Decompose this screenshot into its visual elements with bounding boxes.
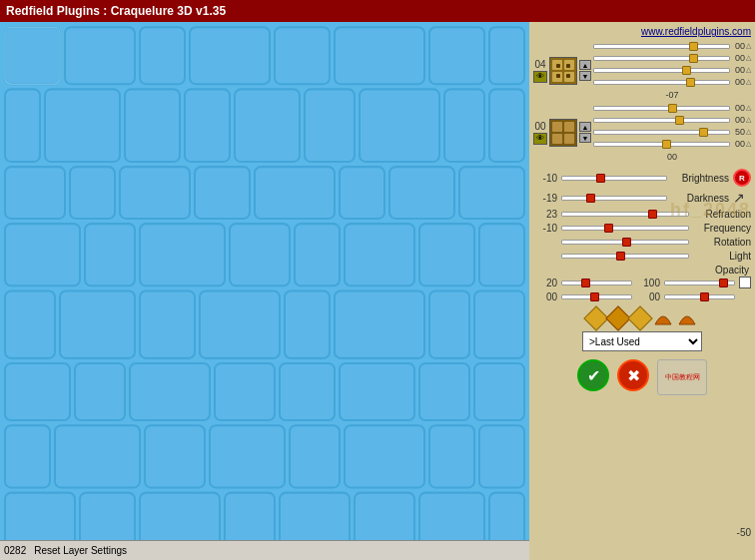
brightness-value: -10 xyxy=(533,173,557,184)
svg-rect-38 xyxy=(285,291,330,358)
opacity-label-row: Opacity xyxy=(533,265,751,276)
svg-rect-48 xyxy=(419,363,469,420)
arrow-btn-left[interactable] xyxy=(653,310,673,326)
status-bar: 0282 Reset Layer Settings xyxy=(0,540,529,560)
mini-icon-up-1[interactable]: ▲ xyxy=(579,60,591,70)
svg-rect-14 xyxy=(305,89,355,162)
slider-track-2-3[interactable] xyxy=(593,130,730,135)
svg-rect-52 xyxy=(145,425,205,487)
frequency-slider[interactable] xyxy=(561,226,689,231)
svg-rect-57 xyxy=(479,425,524,487)
svg-rect-23 xyxy=(340,167,384,219)
canvas-area: 0282 Reset Layer Settings xyxy=(0,22,529,560)
layer-row-1: 04 👁 ▲ ▼ xyxy=(533,41,751,100)
controls-section: -10 Brightness R -19 Darkness ↗ xyxy=(533,169,751,305)
darkness-slider[interactable] xyxy=(561,196,667,201)
svg-rect-10 xyxy=(45,89,120,162)
website-link[interactable]: www.redfieldplugins.com xyxy=(533,26,751,37)
cancel-button[interactable]: ✖ xyxy=(617,359,649,391)
action-buttons: ✔ ✖ 中国教程网 xyxy=(533,359,751,395)
slider-row-1-2: 00 △ xyxy=(593,53,751,63)
second-slider-right[interactable] xyxy=(664,294,735,299)
svg-rect-2 xyxy=(65,27,135,84)
opacity-slider-left[interactable] xyxy=(561,280,632,285)
svg-rect-79 xyxy=(552,134,562,144)
second-thumb-left[interactable] xyxy=(590,292,599,301)
brightness-slider[interactable] xyxy=(561,176,667,181)
rotation-slider[interactable] xyxy=(561,240,689,245)
ok-button[interactable]: ✔ xyxy=(577,359,609,391)
second-values-row: 00 00 xyxy=(533,291,751,302)
svg-rect-40 xyxy=(429,291,469,358)
svg-rect-37 xyxy=(200,291,280,358)
svg-rect-44 xyxy=(130,363,210,420)
svg-rect-1 xyxy=(5,27,60,84)
mini-icon-up-2[interactable]: ▲ xyxy=(579,122,591,132)
svg-rect-29 xyxy=(230,224,290,285)
sliders-group-1: 00 △ 00 △ 00 △ 00 △ -07 xyxy=(593,41,751,100)
slider-track-1-2[interactable] xyxy=(593,56,730,61)
sliders-group-2: 00 △ 00 △ 50 △ 00 △ 00 xyxy=(593,103,751,162)
svg-rect-72 xyxy=(556,64,560,68)
cancel-icon: ✖ xyxy=(627,366,640,385)
svg-rect-54 xyxy=(290,425,340,487)
svg-rect-5 xyxy=(275,27,330,84)
svg-rect-6 xyxy=(335,27,424,84)
svg-rect-13 xyxy=(235,89,300,162)
preset-dropdown[interactable]: >Last Used Default Custom xyxy=(582,331,702,351)
svg-rect-34 xyxy=(5,291,55,358)
second-right-val: 00 xyxy=(636,291,660,302)
light-label: Light xyxy=(693,251,751,262)
second-thumb-right[interactable] xyxy=(700,292,709,301)
svg-rect-75 xyxy=(566,74,570,78)
svg-rect-35 xyxy=(60,291,135,358)
svg-rect-41 xyxy=(474,291,524,358)
svg-rect-42 xyxy=(5,363,70,420)
slider-track-1-4[interactable] xyxy=(593,80,730,85)
texture-thumb-2[interactable] xyxy=(549,119,577,147)
svg-rect-53 xyxy=(210,425,285,487)
layer-number-2: 00 xyxy=(533,121,547,132)
opacity-thumb-right[interactable] xyxy=(719,279,728,287)
eye-icon-2[interactable]: 👁 xyxy=(533,133,547,145)
slider-track-2-4[interactable] xyxy=(593,142,730,147)
svg-rect-31 xyxy=(345,224,414,285)
slider-row-1-3: 00 △ xyxy=(593,65,751,75)
diamond-button-3[interactable] xyxy=(627,305,652,330)
brightness-thumb[interactable] xyxy=(596,174,605,183)
opacity-thumb-left[interactable] xyxy=(581,279,590,287)
svg-rect-17 xyxy=(489,89,524,162)
svg-rect-12 xyxy=(185,89,230,162)
second-slider-left[interactable] xyxy=(561,294,632,299)
frequency-thumb[interactable] xyxy=(604,224,613,233)
arrow-btn-right[interactable] xyxy=(677,310,697,326)
svg-rect-22 xyxy=(255,167,335,219)
texture-thumb-1[interactable] xyxy=(549,57,577,85)
opacity-slider-right[interactable] xyxy=(664,280,735,285)
rotation-label: Rotation xyxy=(693,237,751,248)
slider-row-1-4: 00 △ xyxy=(593,77,751,87)
opacity-row: 20 100 xyxy=(533,277,751,288)
darkness-thumb[interactable] xyxy=(586,194,595,203)
light-slider[interactable] xyxy=(561,254,689,259)
refraction-thumb[interactable] xyxy=(648,210,657,219)
mini-icon-down-1[interactable]: ▼ xyxy=(579,71,591,81)
light-thumb[interactable] xyxy=(616,252,625,261)
svg-rect-11 xyxy=(125,89,180,162)
slider-track-2-2[interactable] xyxy=(593,118,730,123)
svg-rect-78 xyxy=(564,122,574,132)
svg-rect-25 xyxy=(459,167,524,219)
svg-rect-32 xyxy=(419,224,474,285)
shape-buttons-row xyxy=(533,309,751,327)
slider-track-1-1[interactable] xyxy=(593,44,730,49)
checkbox[interactable] xyxy=(739,277,751,288)
svg-rect-4 xyxy=(190,27,270,84)
slider-track-1-3[interactable] xyxy=(593,68,730,73)
svg-rect-16 xyxy=(444,89,484,162)
reset-button[interactable]: R xyxy=(733,169,751,187)
mini-icon-down-2[interactable]: ▼ xyxy=(579,133,591,143)
slider-track-2-1[interactable] xyxy=(593,106,730,111)
eye-icon-1[interactable]: 👁 xyxy=(533,71,547,83)
svg-rect-20 xyxy=(120,167,190,219)
rotation-thumb[interactable] xyxy=(622,238,631,247)
